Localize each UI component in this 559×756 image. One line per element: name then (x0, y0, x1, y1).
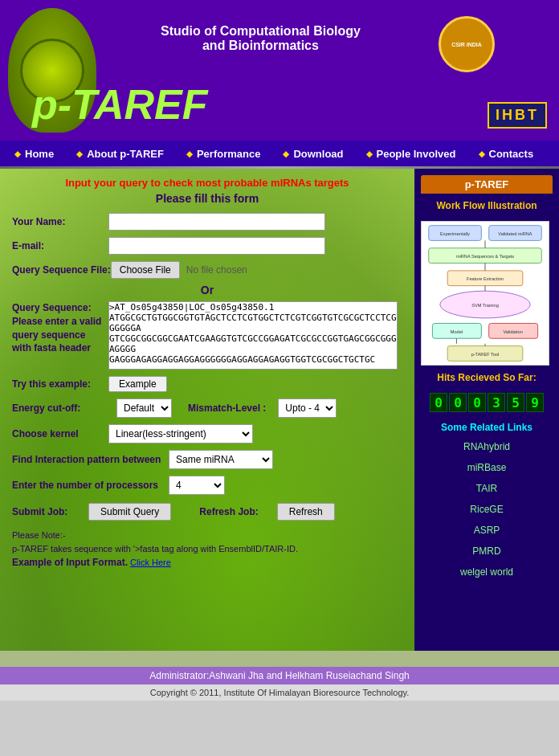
query-title: Input your query to check most probable … (12, 177, 402, 189)
link-rnahybrid[interactable]: RNAhybrid (421, 441, 553, 452)
digit-2: 0 (468, 393, 486, 412)
header-title: Studio of Computational Biology and Bioi… (161, 24, 361, 53)
svg-text:Validation: Validation (504, 329, 523, 334)
submit-row: Submit Job: Submit Query Refresh Job: Re… (12, 503, 402, 521)
link-ricege[interactable]: RiceGE (421, 504, 553, 515)
footer-admin: Administrator:Ashwani Jha and Helkham Ru… (0, 667, 559, 684)
kernel-select[interactable]: Linear(less-stringent) RBF(more-stringen… (108, 424, 253, 443)
interaction-select[interactable]: Same miRNA Different miRNA (169, 450, 273, 469)
submit-label: Submit Job: (12, 506, 76, 517)
nav-diamond-people: ◆ (366, 149, 373, 158)
name-label: Your Name: (12, 216, 108, 227)
refresh-label: Refresh Job: (199, 506, 258, 517)
seq-row: Query Sequence:Please enter a validquery… (12, 301, 402, 370)
nav-item-people[interactable]: ◆ People Involved (355, 141, 467, 166)
processors-select[interactable]: 12348 (169, 476, 225, 495)
email-input[interactable] (108, 237, 325, 255)
ptaref-tab: p-TAREF (421, 175, 553, 194)
processors-row: Enter the number of processors 12348 (12, 476, 402, 495)
email-row: E-mail: (12, 237, 402, 255)
nav-bar: ◆ Home ◆ About p-TAREF ◆ Performance ◆ D… (0, 141, 559, 166)
form-content: Input your query to check most probable … (12, 177, 402, 570)
or-divider: Or (12, 284, 402, 296)
choose-file-button[interactable]: Choose File (111, 261, 180, 279)
submit-button[interactable]: Submit Query (88, 503, 171, 521)
energy-select[interactable]: Default (116, 398, 172, 418)
nav-item-about[interactable]: ◆ About p-TAREF (65, 141, 175, 166)
file-label: Query Sequence File: (12, 264, 111, 276)
hits-label: Hits Recieved So Far: (421, 372, 553, 383)
mismatch-select[interactable]: Upto - 4 Upto - 3 Upto - 5 (278, 398, 337, 418)
workflow-svg: Experimentally Validated miRNA miRNA Seq… (422, 222, 549, 365)
kernel-label: Choose kernel (12, 428, 108, 439)
main-content: Input your query to check most probable … (0, 169, 559, 651)
nav-item-contacts[interactable]: ◆ Contacts (467, 141, 545, 166)
nav-item-home[interactable]: ◆ Home (0, 141, 65, 166)
nav-diamond-download: ◆ (283, 149, 289, 158)
digit-5: 9 (526, 393, 544, 412)
email-label: E-mail: (12, 240, 108, 251)
energy-label: Energy cut-off: (12, 403, 108, 414)
workflow-image: Experimentally Validated miRNA miRNA Seq… (421, 221, 549, 366)
processors-label: Enter the number of processors (12, 480, 169, 491)
workflow-title: Work Flow Illustration (421, 200, 553, 211)
nav-diamond-contacts: ◆ (479, 149, 485, 158)
link-pmrd[interactable]: PMRD (421, 546, 553, 557)
file-row: Query Sequence File: Choose File No file… (12, 261, 402, 279)
interaction-row: Find Interaction pattern between Same mi… (12, 450, 402, 469)
footer-copy: Copyright © 2011, Institute Of Himalayan… (0, 684, 559, 701)
link-tair[interactable]: TAIR (421, 483, 553, 494)
digit-0: 0 (430, 393, 447, 412)
example-button[interactable]: Example (108, 376, 167, 392)
refresh-button[interactable]: Refresh (277, 503, 335, 521)
example-label: Try this example: (12, 378, 108, 390)
svg-text:SVM Training: SVM Training (471, 303, 499, 308)
header: Studio of Computational Biology and Bioi… (0, 0, 559, 141)
name-row: Your Name: (12, 213, 402, 231)
spacer (0, 651, 559, 667)
svg-text:Validated miRNA: Validated miRNA (498, 231, 532, 236)
seq-textarea[interactable]: >AT_Os05g43850|LOC_Os05g43850.1 ATGGCGCT… (108, 301, 398, 370)
svg-text:miRNA Sequences & Targets: miRNA Sequences & Targets (456, 254, 514, 259)
svg-text:p-TAREF Tool: p-TAREF Tool (471, 352, 500, 357)
nav-diamond-performance: ◆ (186, 149, 193, 158)
digit-3: 3 (488, 393, 505, 412)
no-file-text: No file chosen (186, 264, 247, 276)
hits-counter: 0 0 0 3 5 9 (421, 393, 553, 412)
example-row: Try this example: Example (12, 376, 402, 392)
digit-4: 5 (507, 393, 524, 412)
nav-diamond-about: ◆ (76, 149, 83, 158)
svg-text:Experimentally: Experimentally (440, 231, 470, 236)
mismatch-label: Mismatch-Level : (188, 403, 266, 414)
nav-diamond-home: ◆ (14, 149, 21, 158)
digit-1: 0 (449, 393, 467, 412)
nav-item-performance[interactable]: ◆ Performance (175, 141, 271, 166)
input-format-note: Example of Input Format. (12, 557, 128, 568)
form-panel: Input your query to check most probable … (0, 169, 414, 651)
link-mirbase[interactable]: miRBase (421, 462, 553, 473)
form-subtitle: Please fill this form (12, 192, 402, 205)
ihbt-badge: IHBT (488, 102, 547, 129)
link-asrp[interactable]: ASRP (421, 525, 553, 536)
right-panel: p-TAREF Work Flow Illustration Experimen… (414, 169, 559, 651)
click-here-link[interactable]: Click Here (130, 558, 171, 567)
link-welgel[interactable]: welgel world (421, 566, 553, 578)
related-links-title: Some Related Links (421, 422, 553, 433)
svg-text:Feature Extraction: Feature Extraction (467, 276, 504, 281)
logo-text: p-TAREF (32, 80, 208, 129)
kernel-row: Choose kernel Linear(less-stringent) RBF… (12, 424, 402, 443)
notes-section: Please Note:- p-TAREF takes sequence wit… (12, 529, 402, 570)
seq-label: Query Sequence:Please enter a validquery… (12, 301, 108, 355)
energy-row: Energy cut-off: Default Mismatch-Level :… (12, 398, 402, 418)
interaction-label: Find Interaction pattern between (12, 454, 169, 465)
nav-item-download[interactable]: ◆ Download (271, 141, 354, 166)
name-input[interactable] (108, 213, 325, 231)
svg-text:Model: Model (451, 329, 463, 334)
csir-badge: CSIR INDIA (439, 16, 495, 72)
